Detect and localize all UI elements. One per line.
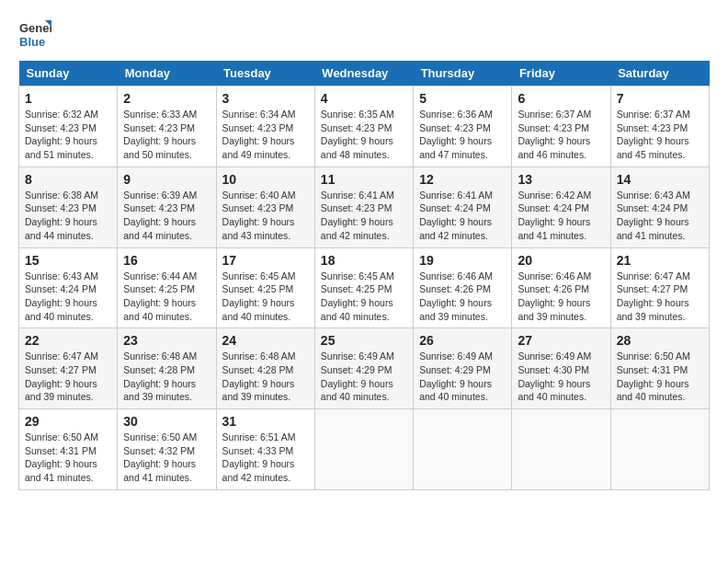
day-cell <box>414 409 512 490</box>
day-cell: 30 Sunrise: 6:50 AMSunset: 4:32 PMDaylig… <box>118 409 216 490</box>
day-cell: 23 Sunrise: 6:48 AMSunset: 4:28 PMDaylig… <box>118 328 216 409</box>
day-info: Sunrise: 6:43 AMSunset: 4:24 PMDaylight:… <box>25 270 98 322</box>
day-number: 15 <box>25 253 111 268</box>
day-number: 6 <box>518 91 604 106</box>
day-number: 28 <box>617 333 703 348</box>
day-number: 21 <box>617 253 703 268</box>
header-tuesday: Tuesday <box>216 61 314 86</box>
day-info: Sunrise: 6:47 AMSunset: 4:27 PMDaylight:… <box>617 270 690 322</box>
day-info: Sunrise: 6:49 AMSunset: 4:30 PMDaylight:… <box>518 350 591 402</box>
day-cell: 24 Sunrise: 6:48 AMSunset: 4:28 PMDaylig… <box>216 328 314 409</box>
day-number: 11 <box>321 172 407 187</box>
day-number: 2 <box>123 91 210 106</box>
day-number: 16 <box>123 253 210 268</box>
day-info: Sunrise: 6:46 AMSunset: 4:26 PMDaylight:… <box>518 270 591 322</box>
day-number: 25 <box>321 333 407 348</box>
day-info: Sunrise: 6:48 AMSunset: 4:28 PMDaylight:… <box>222 350 296 402</box>
header-monday: Monday <box>118 61 216 86</box>
week-row-2: 8 Sunrise: 6:38 AMSunset: 4:23 PMDayligh… <box>19 167 710 247</box>
day-cell: 13 Sunrise: 6:42 AMSunset: 4:24 PMDaylig… <box>512 167 610 247</box>
day-number: 10 <box>222 172 309 187</box>
logo-svg: General Blue <box>18 18 51 52</box>
day-cell <box>610 409 709 490</box>
day-cell: 4 Sunrise: 6:35 AMSunset: 4:23 PMDayligh… <box>314 86 413 167</box>
day-info: Sunrise: 6:50 AMSunset: 4:31 PMDaylight:… <box>25 431 98 483</box>
header-friday: Friday <box>512 61 610 86</box>
day-info: Sunrise: 6:41 AMSunset: 4:24 PMDaylight:… <box>419 190 493 241</box>
day-number: 17 <box>222 253 309 268</box>
logo: General Blue <box>18 18 51 52</box>
day-cell: 5 Sunrise: 6:36 AMSunset: 4:23 PMDayligh… <box>414 86 512 167</box>
day-cell: 16 Sunrise: 6:44 AMSunset: 4:25 PMDaylig… <box>118 247 216 328</box>
day-info: Sunrise: 6:37 AMSunset: 4:23 PMDaylight:… <box>518 109 591 160</box>
day-cell: 8 Sunrise: 6:38 AMSunset: 4:23 PMDayligh… <box>19 167 118 247</box>
day-info: Sunrise: 6:45 AMSunset: 4:25 PMDaylight:… <box>321 270 394 322</box>
day-info: Sunrise: 6:38 AMSunset: 4:23 PMDaylight:… <box>25 190 98 241</box>
day-info: Sunrise: 6:35 AMSunset: 4:23 PMDaylight:… <box>321 109 394 160</box>
day-cell: 29 Sunrise: 6:50 AMSunset: 4:31 PMDaylig… <box>19 409 118 490</box>
header-sunday: Sunday <box>19 61 118 86</box>
day-cell: 14 Sunrise: 6:43 AMSunset: 4:24 PMDaylig… <box>610 167 709 247</box>
day-info: Sunrise: 6:45 AMSunset: 4:25 PMDaylight:… <box>222 270 296 322</box>
day-cell <box>314 409 413 490</box>
day-cell: 9 Sunrise: 6:39 AMSunset: 4:23 PMDayligh… <box>118 167 216 247</box>
day-cell: 10 Sunrise: 6:40 AMSunset: 4:23 PMDaylig… <box>216 167 314 247</box>
day-number: 4 <box>321 91 407 106</box>
day-number: 18 <box>321 253 407 268</box>
day-info: Sunrise: 6:50 AMSunset: 4:32 PMDaylight:… <box>123 431 197 483</box>
day-number: 3 <box>222 91 309 106</box>
day-info: Sunrise: 6:34 AMSunset: 4:23 PMDaylight:… <box>222 109 296 160</box>
day-cell: 7 Sunrise: 6:37 AMSunset: 4:23 PMDayligh… <box>610 86 709 167</box>
day-cell: 27 Sunrise: 6:49 AMSunset: 4:30 PMDaylig… <box>512 328 610 409</box>
day-cell: 21 Sunrise: 6:47 AMSunset: 4:27 PMDaylig… <box>610 247 709 328</box>
day-cell: 19 Sunrise: 6:46 AMSunset: 4:26 PMDaylig… <box>414 247 512 328</box>
day-info: Sunrise: 6:48 AMSunset: 4:28 PMDaylight:… <box>123 350 197 402</box>
day-cell: 15 Sunrise: 6:43 AMSunset: 4:24 PMDaylig… <box>19 247 118 328</box>
day-number: 19 <box>419 253 506 268</box>
header-thursday: Thursday <box>414 61 512 86</box>
day-cell: 3 Sunrise: 6:34 AMSunset: 4:23 PMDayligh… <box>216 86 314 167</box>
day-number: 30 <box>123 414 210 429</box>
week-row-5: 29 Sunrise: 6:50 AMSunset: 4:31 PMDaylig… <box>19 409 710 490</box>
day-number: 7 <box>617 91 703 106</box>
day-number: 22 <box>25 333 111 348</box>
day-cell: 22 Sunrise: 6:47 AMSunset: 4:27 PMDaylig… <box>19 328 118 409</box>
day-info: Sunrise: 6:49 AMSunset: 4:29 PMDaylight:… <box>321 350 394 402</box>
day-number: 8 <box>25 172 111 187</box>
svg-text:General: General <box>19 21 51 35</box>
day-info: Sunrise: 6:51 AMSunset: 4:33 PMDaylight:… <box>222 431 296 483</box>
day-info: Sunrise: 6:33 AMSunset: 4:23 PMDaylight:… <box>123 109 197 160</box>
day-number: 31 <box>222 414 309 429</box>
day-number: 24 <box>222 333 309 348</box>
day-info: Sunrise: 6:42 AMSunset: 4:24 PMDaylight:… <box>518 190 591 241</box>
week-row-3: 15 Sunrise: 6:43 AMSunset: 4:24 PMDaylig… <box>19 247 710 328</box>
day-info: Sunrise: 6:40 AMSunset: 4:23 PMDaylight:… <box>222 190 296 241</box>
day-info: Sunrise: 6:36 AMSunset: 4:23 PMDaylight:… <box>419 109 493 160</box>
day-number: 29 <box>25 414 111 429</box>
day-cell <box>512 409 610 490</box>
day-cell: 12 Sunrise: 6:41 AMSunset: 4:24 PMDaylig… <box>414 167 512 247</box>
header-saturday: Saturday <box>610 61 709 86</box>
day-cell: 25 Sunrise: 6:49 AMSunset: 4:29 PMDaylig… <box>314 328 413 409</box>
day-info: Sunrise: 6:47 AMSunset: 4:27 PMDaylight:… <box>25 350 98 402</box>
day-number: 1 <box>25 91 111 106</box>
day-cell: 28 Sunrise: 6:50 AMSunset: 4:31 PMDaylig… <box>610 328 709 409</box>
day-cell: 11 Sunrise: 6:41 AMSunset: 4:23 PMDaylig… <box>314 167 413 247</box>
day-info: Sunrise: 6:49 AMSunset: 4:29 PMDaylight:… <box>419 350 493 402</box>
day-number: 5 <box>419 91 506 106</box>
day-number: 13 <box>518 172 604 187</box>
day-cell: 1 Sunrise: 6:32 AMSunset: 4:23 PMDayligh… <box>19 86 118 167</box>
day-info: Sunrise: 6:39 AMSunset: 4:23 PMDaylight:… <box>123 190 197 241</box>
page-header: General Blue <box>18 18 710 52</box>
calendar-table: SundayMondayTuesdayWednesdayThursdayFrid… <box>18 61 710 490</box>
day-number: 20 <box>518 253 604 268</box>
svg-text:Blue: Blue <box>19 35 45 49</box>
day-number: 27 <box>518 333 604 348</box>
day-cell: 20 Sunrise: 6:46 AMSunset: 4:26 PMDaylig… <box>512 247 610 328</box>
day-info: Sunrise: 6:37 AMSunset: 4:23 PMDaylight:… <box>617 109 690 160</box>
day-number: 9 <box>123 172 210 187</box>
day-cell: 6 Sunrise: 6:37 AMSunset: 4:23 PMDayligh… <box>512 86 610 167</box>
day-number: 12 <box>419 172 506 187</box>
header-wednesday: Wednesday <box>314 61 413 86</box>
day-number: 14 <box>617 172 703 187</box>
